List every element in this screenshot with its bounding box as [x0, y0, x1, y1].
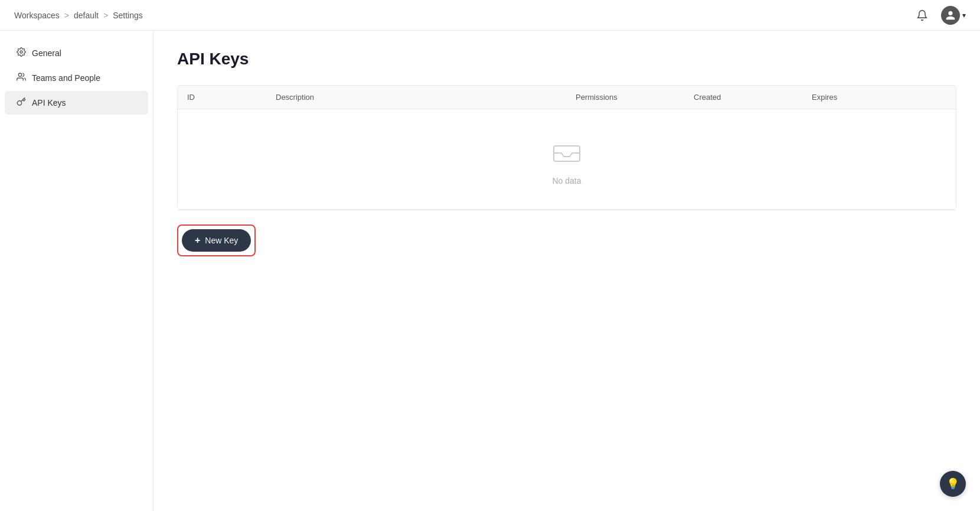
col-id: ID: [178, 86, 266, 109]
no-data-text: No data: [552, 176, 581, 185]
col-created: Created: [684, 86, 802, 109]
breadcrumb-sep2: >: [103, 11, 108, 20]
svg-point-1: [18, 73, 21, 76]
help-button[interactable]: 💡: [940, 471, 966, 497]
no-data-icon: [551, 133, 582, 169]
divider: [177, 210, 956, 210]
header-right: ▾: [913, 6, 966, 25]
sidebar-item-api-keys[interactable]: API Keys: [5, 91, 148, 115]
page-title: API Keys: [177, 50, 956, 69]
user-menu[interactable]: ▾: [941, 6, 966, 25]
breadcrumb-default[interactable]: default: [74, 11, 99, 20]
svg-point-0: [20, 51, 22, 53]
top-header: Workspaces > default > Settings ▾: [0, 0, 980, 31]
main-layout: General Teams and People API Keys: [0, 31, 980, 511]
col-actions: [920, 86, 956, 109]
sidebar-item-teams-and-people[interactable]: Teams and People: [5, 66, 148, 90]
col-description: Description: [266, 86, 566, 109]
avatar: [941, 6, 960, 25]
lightbulb-icon: 💡: [946, 477, 959, 490]
breadcrumb-sep1: >: [64, 11, 69, 20]
new-key-highlight: + New Key: [177, 224, 256, 256]
table-body: No data: [178, 109, 956, 209]
new-key-label: New Key: [205, 236, 238, 245]
button-area: + New Key: [177, 224, 956, 256]
notification-bell-icon[interactable]: [913, 6, 932, 25]
plus-icon: +: [195, 235, 200, 246]
new-key-button[interactable]: + New Key: [182, 229, 251, 252]
table-header: ID Description Permissions Created Expir…: [178, 86, 956, 109]
gear-icon: [17, 47, 26, 59]
breadcrumb-workspaces[interactable]: Workspaces: [14, 11, 60, 20]
content-area: API Keys ID Description Permissions Crea…: [153, 31, 980, 511]
sidebar: General Teams and People API Keys: [0, 31, 153, 511]
breadcrumb-settings[interactable]: Settings: [113, 11, 143, 20]
sidebar-general-label: General: [32, 48, 61, 58]
key-icon: [17, 97, 26, 109]
sidebar-teams-label: Teams and People: [32, 73, 100, 83]
col-permissions: Permissions: [566, 86, 684, 109]
api-keys-table: ID Description Permissions Created Expir…: [177, 85, 956, 210]
sidebar-api-keys-label: API Keys: [32, 98, 66, 108]
col-expires: Expires: [802, 86, 920, 109]
chevron-down-icon: ▾: [962, 11, 966, 19]
sidebar-item-general[interactable]: General: [5, 41, 148, 65]
breadcrumb: Workspaces > default > Settings: [14, 11, 143, 20]
people-icon: [17, 72, 26, 84]
